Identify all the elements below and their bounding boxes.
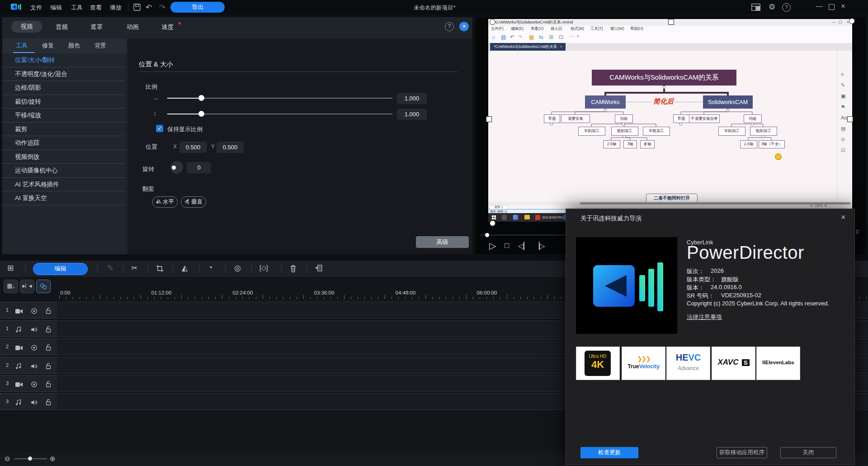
xmind-sidebar-format-icon[interactable]: ≡ <box>841 71 844 77</box>
tab-video[interactable]: 视频 <box>11 21 42 33</box>
split-icon[interactable]: ✂ <box>131 263 137 273</box>
tool-item[interactable]: AI 置换天空 <box>2 191 125 205</box>
mindmap-node[interactable]: 不需要安装自带 <box>689 114 720 123</box>
mindmap-node[interactable]: 铣削加工 <box>611 127 638 136</box>
seek-thumb[interactable] <box>485 233 489 237</box>
mindmap-node[interactable]: 车削加工 <box>718 127 745 136</box>
track-visibility-icon[interactable] <box>31 381 38 389</box>
tool-item[interactable]: 不透明度/淡化/混合 <box>2 67 125 81</box>
mindmap-node[interactable]: 功能 <box>744 114 762 123</box>
flip-vertical-button[interactable]: 垂直 <box>181 196 206 208</box>
tool-item[interactable]: 边框/阴影 <box>2 81 125 95</box>
selection-handle-top-left[interactable] <box>490 19 495 25</box>
tool-item[interactable]: AI 艺术风格插件 <box>2 178 125 192</box>
rotation-knob[interactable] <box>170 161 183 174</box>
check-update-button[interactable]: 检查更新 <box>580 447 638 458</box>
dialog-close-button[interactable]: 关闭 <box>780 447 836 458</box>
subtab-color[interactable]: 颜色 <box>68 42 80 50</box>
panel-close-icon[interactable]: × <box>459 22 469 31</box>
help-icon[interactable]: ? <box>782 3 791 12</box>
tool-item[interactable]: 位置/大小/翻转 <box>2 53 125 67</box>
xmind-menu-item[interactable]: 工具(T) <box>590 26 603 32</box>
mindmap-node[interactable]: 3轴 <box>623 140 637 148</box>
get-mobile-app-button[interactable]: 获取移动应用程序 <box>717 447 767 458</box>
track-lock-icon[interactable] <box>45 344 52 352</box>
position-y-input[interactable]: 0.500 <box>217 142 244 153</box>
xmind-hscrollbar[interactable] <box>488 202 852 205</box>
xmind-menu-item[interactable]: 查看(V) <box>531 26 543 32</box>
close-button[interactable]: × <box>841 2 845 11</box>
mindmap-node[interactable]: 2.5轴 <box>740 140 757 148</box>
selection-handle-top-right[interactable] <box>849 18 855 24</box>
export-button[interactable]: 导出 <box>170 2 225 13</box>
xmind-menu-item[interactable]: 插入(I) <box>551 26 562 32</box>
advanced-button[interactable]: 高级 <box>416 236 469 248</box>
xmind-menu-item[interactable]: 格式(M) <box>571 26 584 32</box>
selection-handle-bottom-left[interactable] <box>490 220 495 226</box>
width-scale-value[interactable]: 1.000 <box>397 93 427 104</box>
draw-tool-icon[interactable]: ✎ <box>107 263 113 273</box>
xmind-menu-item[interactable]: 帮助(H) <box>630 26 643 32</box>
menu-tools[interactable]: 工具 <box>71 4 83 12</box>
link-clips-button[interactable] <box>36 280 51 293</box>
track-mute-icon[interactable] <box>31 399 38 407</box>
height-slider-thumb[interactable] <box>198 111 204 117</box>
add-track-button[interactable]: ▦+ <box>4 280 18 293</box>
tool-item[interactable]: 动作追踪 <box>2 136 125 150</box>
height-scale-value[interactable]: 1.000 <box>397 109 427 120</box>
subtab-background[interactable]: 背景 <box>94 42 106 50</box>
selection-handle-right-middle[interactable] <box>847 116 853 122</box>
flip-horizontal-button[interactable]: 水平 <box>152 196 178 208</box>
zoom-out-icon[interactable]: ⊖ <box>5 455 10 463</box>
xmind-sidebar-image-icon[interactable]: ▣ <box>841 93 845 99</box>
menu-edit[interactable]: 编辑 <box>50 4 62 12</box>
speed-icon[interactable]: ◔ <box>208 263 212 272</box>
xmind-menu-item[interactable]: 窗口(W) <box>610 26 624 32</box>
room-toggle-icon[interactable]: ⊞ <box>7 263 14 273</box>
track-lock-icon[interactable] <box>45 326 52 334</box>
send-to-timeline-icon[interactable] <box>315 264 324 272</box>
mindmap-node[interactable]: 铣削加工 <box>750 127 777 136</box>
next-frame-button[interactable]: ▕▷ <box>534 242 545 250</box>
mindmap-node[interactable]: 车削加工 <box>578 127 605 136</box>
track-lock-icon[interactable] <box>45 307 52 316</box>
redo-icon[interactable]: ↷ <box>159 3 165 12</box>
subtab-fix[interactable]: 修复 <box>42 42 54 50</box>
mindmap-node[interactable]: 界面 <box>673 114 689 123</box>
tab-audio[interactable]: 音频 <box>56 23 68 31</box>
seek-bar[interactable] <box>480 235 566 235</box>
xmind-sidebar-style-icon[interactable]: ✎ <box>841 82 845 88</box>
track-lock-icon[interactable] <box>45 399 52 407</box>
play-button[interactable]: ▷ <box>489 240 496 251</box>
menu-play[interactable]: 播放 <box>110 4 122 12</box>
tab-mask[interactable]: 遮罩 <box>90 23 103 31</box>
edit-mode-button[interactable]: 编辑 <box>33 263 88 275</box>
legal-notice-link[interactable]: 法律注意事项 <box>687 313 722 321</box>
timeline-zoom-thumb[interactable] <box>28 456 32 461</box>
tool-item[interactable]: 运动摄像机中心 <box>2 164 125 178</box>
mindmap-node[interactable]: 需要安装 <box>561 114 590 123</box>
zoom-in-icon[interactable]: ⊕ <box>50 455 56 463</box>
snap-toggle-button[interactable]: ▶▏◀ <box>20 280 34 293</box>
selection-handle-left-middle[interactable] <box>486 116 492 122</box>
tool-item[interactable]: 视频倒放 <box>2 150 125 164</box>
gear-icon[interactable]: ⚙ <box>769 2 775 12</box>
mindmap-node[interactable]: 功能 <box>615 114 633 123</box>
position-x-input[interactable]: 0.500 <box>179 142 207 153</box>
xmind-sidebar-marker-icon[interactable]: ⚑ <box>841 104 845 110</box>
delete-icon[interactable] <box>289 264 297 273</box>
undo-icon[interactable]: ↶ <box>146 3 152 12</box>
width-slider-thumb[interactable] <box>198 95 204 101</box>
xmind-menu-item[interactable]: 文件(F) <box>491 26 504 32</box>
mindmap-node[interactable]: CAMWorks <box>585 95 626 109</box>
rotation-value[interactable]: 0 <box>187 162 211 173</box>
xmind-sidebar-comment-icon[interactable]: ⊙ <box>841 137 845 143</box>
menu-view[interactable]: 查看 <box>90 4 102 12</box>
xmind-sidebar-note-icon[interactable]: ▤ <box>841 126 845 132</box>
motion-track-icon[interactable]: ◎ <box>234 263 241 273</box>
xmind-menu-item[interactable]: 编辑(E) <box>511 26 524 32</box>
mindmap-node[interactable]: 多轴 <box>640 140 655 148</box>
track-visibility-icon[interactable] <box>31 344 38 352</box>
track-visibility-icon[interactable] <box>31 308 38 316</box>
tool-item[interactable]: 裁剪 <box>2 123 125 137</box>
